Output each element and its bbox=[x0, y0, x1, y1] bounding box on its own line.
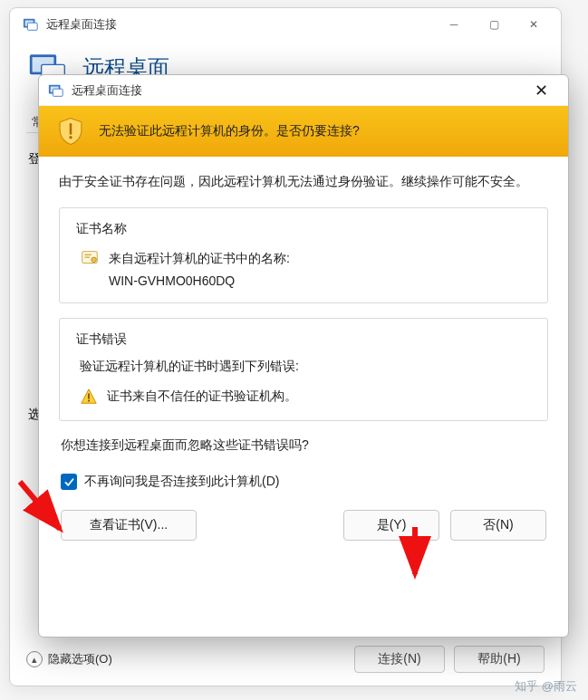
rdc-app-icon bbox=[48, 82, 64, 99]
svg-rect-2 bbox=[27, 23, 37, 30]
cert-name-legend: 证书名称 bbox=[76, 221, 531, 237]
certificate-icon bbox=[80, 248, 100, 268]
svg-rect-9 bbox=[53, 89, 63, 96]
dont-ask-again-label: 不再询问我是否连接到此计算机(D) bbox=[84, 474, 279, 490]
cert-error-legend: 证书错误 bbox=[76, 331, 531, 348]
connect-button[interactable]: 连接(N) bbox=[354, 646, 445, 673]
dialog-title-text: 远程桌面连接 bbox=[72, 82, 523, 99]
dialog-body: 由于安全证书存在问题，因此远程计算机无法通过身份验证。继续操作可能不安全。 证书… bbox=[39, 157, 568, 546]
close-button[interactable]: ✕ bbox=[514, 11, 554, 38]
main-footer: ▴ 隐藏选项(O) 连接(N) 帮助(H) bbox=[26, 646, 545, 673]
dont-ask-again-row: 不再询问我是否连接到此计算机(D) bbox=[61, 474, 546, 490]
warning-text: 无法验证此远程计算机的身份。是否仍要连接? bbox=[99, 123, 360, 139]
watermark: 知乎 @雨云 bbox=[515, 678, 577, 695]
chevron-up-icon: ▴ bbox=[26, 651, 43, 667]
svg-point-12 bbox=[92, 257, 97, 263]
svg-point-13 bbox=[88, 400, 90, 402]
cert-error-intro: 验证远程计算机的证书时遇到下列错误: bbox=[80, 359, 527, 375]
help-button[interactable]: 帮助(H) bbox=[454, 646, 545, 673]
svg-point-10 bbox=[69, 136, 72, 139]
main-title-text: 远程桌面连接 bbox=[46, 16, 434, 33]
rdc-app-icon bbox=[23, 16, 39, 33]
certificate-error-fieldset: 证书错误 验证远程计算机的证书时遇到下列错误: 证书来自不信任的证书验证机构。 bbox=[59, 318, 548, 421]
cert-error-item: 证书来自不信任的证书验证机构。 bbox=[107, 388, 297, 405]
warning-triangle-icon bbox=[80, 388, 98, 406]
security-explanation: 由于安全证书存在问题，因此远程计算机无法通过身份验证。继续操作可能不安全。 bbox=[59, 171, 548, 193]
main-titlebar: 远程桌面连接 ─ ▢ ✕ bbox=[10, 8, 561, 41]
hide-options-label: 隐藏选项(O) bbox=[48, 651, 112, 667]
cert-from-label: 来自远程计算机的证书中的名称: bbox=[109, 248, 290, 268]
connect-question: 你想连接到远程桌面而忽略这些证书错误吗? bbox=[61, 437, 546, 454]
dialog-close-button[interactable]: ✕ bbox=[523, 77, 559, 104]
dialog-titlebar: 远程桌面连接 ✕ bbox=[39, 75, 568, 106]
shield-warning-icon bbox=[55, 116, 86, 147]
view-certificate-button[interactable]: 查看证书(V)... bbox=[61, 510, 197, 541]
minimize-button[interactable]: ─ bbox=[434, 11, 474, 38]
hide-options-toggle[interactable]: ▴ 隐藏选项(O) bbox=[26, 651, 112, 667]
dont-ask-again-checkbox[interactable] bbox=[61, 474, 77, 490]
maximize-button[interactable]: ▢ bbox=[474, 11, 514, 38]
certificate-name-fieldset: 证书名称 来自远程计算机的证书中的名称: WIN-GVHMO0H60DQ bbox=[59, 207, 548, 303]
yes-button[interactable]: 是(Y) bbox=[343, 510, 439, 541]
cert-common-name: WIN-GVHMO0H60DQ bbox=[109, 273, 531, 288]
warning-banner: 无法验证此远程计算机的身份。是否仍要连接? bbox=[39, 106, 568, 157]
certificate-warning-dialog: 远程桌面连接 ✕ 无法验证此远程计算机的身份。是否仍要连接? 由于安全证书存在问… bbox=[38, 74, 569, 638]
dialog-button-row: 查看证书(V)... 是(Y) 否(N) bbox=[61, 510, 546, 541]
no-button[interactable]: 否(N) bbox=[450, 510, 546, 541]
